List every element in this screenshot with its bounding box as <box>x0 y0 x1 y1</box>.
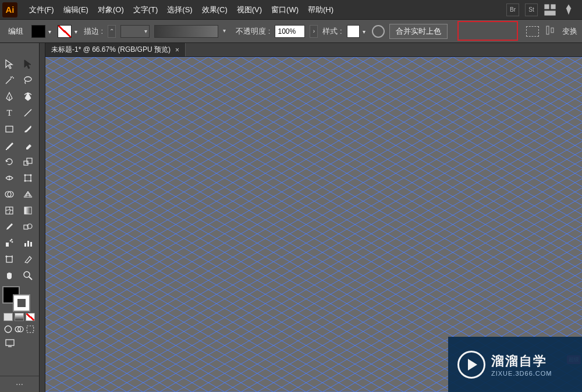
svg-rect-23 <box>6 243 9 247</box>
eyedropper-tool[interactable] <box>0 219 19 235</box>
shaper-tool[interactable] <box>0 137 19 154</box>
close-icon[interactable]: × <box>175 46 179 54</box>
svg-point-25 <box>12 241 13 243</box>
stroke-weight-stepper[interactable]: ⌃ <box>108 25 116 38</box>
svg-text:T: T <box>6 108 12 117</box>
scale-tool[interactable] <box>19 154 37 170</box>
play-icon <box>457 351 485 379</box>
transform-link[interactable]: 变换 <box>562 26 577 37</box>
svg-point-24 <box>10 240 11 241</box>
draw-mode-inside[interactable] <box>26 325 35 334</box>
panel-tab-strip[interactable] <box>40 43 45 392</box>
free-transform-tool[interactable] <box>19 170 37 186</box>
fill-swatch-dropdown[interactable] <box>31 25 53 38</box>
screen-mode-button[interactable] <box>3 337 16 349</box>
gradient-tool[interactable] <box>19 202 37 219</box>
merge-live-paint-button[interactable]: 合并实时上色 <box>389 24 448 39</box>
control-bar: 编组 描边 : ⌃ 不透明度 : 100% › 样式 : 合并实时上色 变换 <box>0 20 582 43</box>
svg-point-16 <box>30 180 32 182</box>
lasso-tool[interactable] <box>19 72 37 88</box>
opacity-label[interactable]: 不透明度 : <box>236 26 270 37</box>
rectangle-tool[interactable] <box>0 121 19 137</box>
magic-wand-tool[interactable] <box>0 72 19 88</box>
slice-tool[interactable] <box>19 251 37 268</box>
menu-edit[interactable]: 编辑(E) <box>59 2 93 17</box>
column-graph-tool[interactable] <box>19 235 37 251</box>
menu-effect[interactable]: 效果(C) <box>197 2 232 17</box>
perspective-grid-tool[interactable] <box>19 186 37 202</box>
blend-tool[interactable] <box>19 219 37 235</box>
draw-mode-behind[interactable] <box>15 325 24 334</box>
opacity-input[interactable]: 100% <box>275 25 305 38</box>
svg-line-7 <box>24 109 31 116</box>
gpu-rocket-icon[interactable] <box>562 3 575 16</box>
hand-tool[interactable] <box>0 268 19 284</box>
mesh-tool[interactable] <box>0 202 19 219</box>
bridge-icon[interactable]: Br <box>506 3 519 16</box>
recolor-artwork-icon[interactable] <box>372 25 385 38</box>
zoom-tool[interactable] <box>19 268 37 284</box>
width-tool[interactable] <box>0 170 19 186</box>
svg-point-36 <box>5 326 11 332</box>
menu-bar: Ai 文件(F) 编辑(E) 对象(O) 文字(T) 选择(S) 效果(C) 视… <box>0 0 582 20</box>
shape-builder-tool[interactable] <box>0 186 19 202</box>
selection-mode-label: 编组 <box>5 26 27 37</box>
svg-point-15 <box>24 180 26 182</box>
stroke-color-well[interactable] <box>13 294 30 312</box>
menu-type[interactable]: 文字(T) <box>129 2 163 17</box>
rotate-tool[interactable] <box>0 154 19 170</box>
isolate-group-icon[interactable] <box>526 26 539 37</box>
svg-rect-1 <box>551 4 555 9</box>
menu-object[interactable]: 对象(O) <box>93 2 129 17</box>
curvature-tool[interactable] <box>19 88 37 105</box>
tool-panel: T <box>0 43 40 392</box>
fill-stroke-wells[interactable] <box>0 284 39 311</box>
menu-help[interactable]: 帮助(H) <box>303 2 338 17</box>
svg-rect-19 <box>6 207 13 214</box>
watermark-url: ZIXUE.3D66.COM <box>491 370 552 377</box>
opacity-caret[interactable]: › <box>310 25 318 38</box>
paintbrush-tool[interactable] <box>19 121 37 137</box>
fill-swatch-icon <box>31 25 45 38</box>
selection-tool[interactable] <box>0 56 19 72</box>
arrange-documents-icon[interactable] <box>544 3 556 16</box>
style-label[interactable]: 样式 : <box>322 26 342 37</box>
svg-rect-27 <box>24 243 26 247</box>
menu-select[interactable]: 选择(S) <box>162 2 197 17</box>
line-segment-tool[interactable] <box>19 105 37 121</box>
draw-mode-normal[interactable] <box>3 325 13 334</box>
stroke-label[interactable]: 描边 : <box>84 26 103 37</box>
stroke-swatch-dropdown[interactable] <box>58 25 79 38</box>
color-mode-solid[interactable] <box>3 313 13 321</box>
graphic-style-dropdown[interactable] <box>347 25 367 38</box>
toolbox-expand-handle[interactable]: ⋯ <box>0 376 39 392</box>
svg-point-13 <box>24 174 26 176</box>
menu-file[interactable]: 文件(F) <box>24 2 59 17</box>
stroke-weight-select[interactable] <box>120 25 150 38</box>
stock-icon[interactable]: St <box>525 3 538 16</box>
document-tab-bar: 未标题-1* @ 66.67% (RGB/GPU 预览) × <box>45 43 582 57</box>
direct-selection-tool[interactable] <box>19 56 37 72</box>
menu-view[interactable]: 视图(V) <box>232 2 267 17</box>
controlbar-right: 变换 <box>526 25 577 37</box>
svg-rect-39 <box>27 326 33 332</box>
color-mode-gradient[interactable] <box>15 313 24 321</box>
chevron-down-icon <box>361 27 367 35</box>
svg-rect-29 <box>30 242 32 247</box>
app-icon: Ai <box>2 2 17 17</box>
artboard-tool[interactable] <box>0 251 19 268</box>
svg-point-14 <box>30 174 32 176</box>
canvas-area[interactable]: 超级 溜溜自学 ZIXUE.3D66.COM <box>45 57 582 392</box>
menu-window[interactable]: 窗口(W) <box>267 2 303 17</box>
menubar-right: Br St <box>506 3 580 16</box>
document-tab[interactable]: 未标题-1* @ 66.67% (RGB/GPU 预览) × <box>45 43 186 56</box>
color-mode-none[interactable] <box>26 313 35 321</box>
stroke-swatch-icon <box>58 25 72 38</box>
align-icon[interactable] <box>545 25 556 37</box>
type-tool[interactable]: T <box>0 105 19 121</box>
svg-rect-30 <box>6 256 12 262</box>
symbol-sprayer-tool[interactable] <box>0 235 19 251</box>
eraser-tool[interactable] <box>19 137 37 154</box>
brush-definition-dropdown[interactable] <box>154 25 218 38</box>
pen-tool[interactable] <box>0 88 19 105</box>
